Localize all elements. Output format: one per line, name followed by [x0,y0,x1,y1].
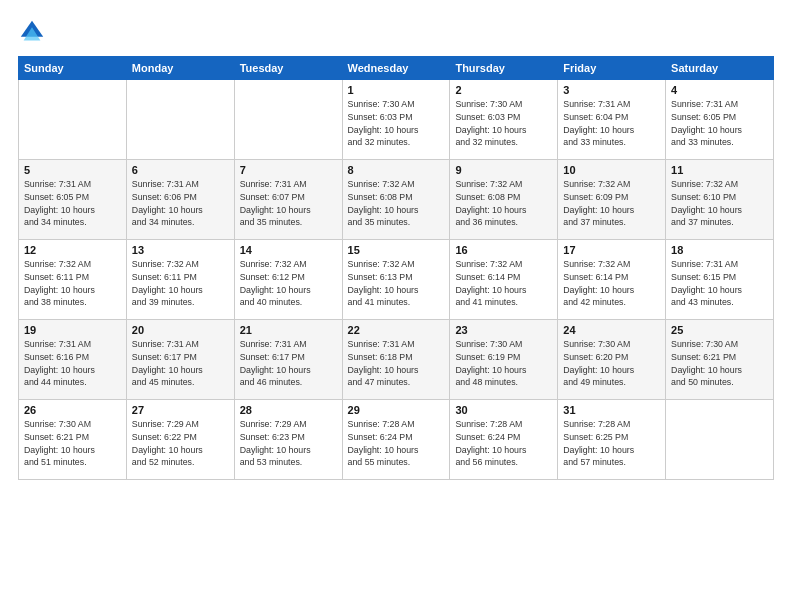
calendar-week-row: 5Sunrise: 7:31 AM Sunset: 6:05 PM Daylig… [19,160,774,240]
day-info: Sunrise: 7:32 AM Sunset: 6:08 PM Dayligh… [455,178,552,229]
day-number: 22 [348,324,445,336]
day-info: Sunrise: 7:31 AM Sunset: 6:18 PM Dayligh… [348,338,445,389]
logo-icon [18,18,46,46]
calendar-cell: 15Sunrise: 7:32 AM Sunset: 6:13 PM Dayli… [342,240,450,320]
calendar-cell: 14Sunrise: 7:32 AM Sunset: 6:12 PM Dayli… [234,240,342,320]
day-number: 11 [671,164,768,176]
calendar-cell: 9Sunrise: 7:32 AM Sunset: 6:08 PM Daylig… [450,160,558,240]
day-info: Sunrise: 7:31 AM Sunset: 6:17 PM Dayligh… [132,338,229,389]
page: SundayMondayTuesdayWednesdayThursdayFrid… [0,0,792,612]
day-number: 25 [671,324,768,336]
calendar-cell: 27Sunrise: 7:29 AM Sunset: 6:22 PM Dayli… [126,400,234,480]
calendar-cell: 8Sunrise: 7:32 AM Sunset: 6:08 PM Daylig… [342,160,450,240]
day-info: Sunrise: 7:32 AM Sunset: 6:14 PM Dayligh… [455,258,552,309]
calendar-cell: 1Sunrise: 7:30 AM Sunset: 6:03 PM Daylig… [342,80,450,160]
calendar-week-row: 26Sunrise: 7:30 AM Sunset: 6:21 PM Dayli… [19,400,774,480]
day-info: Sunrise: 7:28 AM Sunset: 6:24 PM Dayligh… [348,418,445,469]
calendar-cell [666,400,774,480]
calendar-cell: 3Sunrise: 7:31 AM Sunset: 6:04 PM Daylig… [558,80,666,160]
weekday-header: Sunday [19,57,127,80]
weekday-header: Monday [126,57,234,80]
calendar-cell: 13Sunrise: 7:32 AM Sunset: 6:11 PM Dayli… [126,240,234,320]
calendar-cell: 22Sunrise: 7:31 AM Sunset: 6:18 PM Dayli… [342,320,450,400]
day-number: 23 [455,324,552,336]
day-number: 19 [24,324,121,336]
day-info: Sunrise: 7:32 AM Sunset: 6:08 PM Dayligh… [348,178,445,229]
day-info: Sunrise: 7:31 AM Sunset: 6:15 PM Dayligh… [671,258,768,309]
day-info: Sunrise: 7:30 AM Sunset: 6:19 PM Dayligh… [455,338,552,389]
day-info: Sunrise: 7:31 AM Sunset: 6:06 PM Dayligh… [132,178,229,229]
day-info: Sunrise: 7:31 AM Sunset: 6:05 PM Dayligh… [24,178,121,229]
day-info: Sunrise: 7:30 AM Sunset: 6:20 PM Dayligh… [563,338,660,389]
calendar-cell: 17Sunrise: 7:32 AM Sunset: 6:14 PM Dayli… [558,240,666,320]
day-number: 18 [671,244,768,256]
calendar-cell: 21Sunrise: 7:31 AM Sunset: 6:17 PM Dayli… [234,320,342,400]
day-info: Sunrise: 7:30 AM Sunset: 6:21 PM Dayligh… [24,418,121,469]
day-number: 7 [240,164,337,176]
day-number: 27 [132,404,229,416]
day-info: Sunrise: 7:32 AM Sunset: 6:09 PM Dayligh… [563,178,660,229]
day-number: 12 [24,244,121,256]
day-number: 17 [563,244,660,256]
calendar-cell: 28Sunrise: 7:29 AM Sunset: 6:23 PM Dayli… [234,400,342,480]
calendar-header-row: SundayMondayTuesdayWednesdayThursdayFrid… [19,57,774,80]
day-info: Sunrise: 7:32 AM Sunset: 6:11 PM Dayligh… [132,258,229,309]
calendar-cell [126,80,234,160]
calendar-cell: 7Sunrise: 7:31 AM Sunset: 6:07 PM Daylig… [234,160,342,240]
day-info: Sunrise: 7:28 AM Sunset: 6:25 PM Dayligh… [563,418,660,469]
day-number: 15 [348,244,445,256]
day-number: 31 [563,404,660,416]
day-number: 8 [348,164,445,176]
day-number: 20 [132,324,229,336]
calendar-cell: 20Sunrise: 7:31 AM Sunset: 6:17 PM Dayli… [126,320,234,400]
day-info: Sunrise: 7:30 AM Sunset: 6:21 PM Dayligh… [671,338,768,389]
day-number: 16 [455,244,552,256]
calendar-cell: 29Sunrise: 7:28 AM Sunset: 6:24 PM Dayli… [342,400,450,480]
day-info: Sunrise: 7:29 AM Sunset: 6:22 PM Dayligh… [132,418,229,469]
calendar-cell: 23Sunrise: 7:30 AM Sunset: 6:19 PM Dayli… [450,320,558,400]
day-number: 10 [563,164,660,176]
day-info: Sunrise: 7:32 AM Sunset: 6:10 PM Dayligh… [671,178,768,229]
calendar-cell: 6Sunrise: 7:31 AM Sunset: 6:06 PM Daylig… [126,160,234,240]
day-info: Sunrise: 7:32 AM Sunset: 6:13 PM Dayligh… [348,258,445,309]
calendar-cell: 10Sunrise: 7:32 AM Sunset: 6:09 PM Dayli… [558,160,666,240]
day-number: 14 [240,244,337,256]
day-number: 5 [24,164,121,176]
calendar-table: SundayMondayTuesdayWednesdayThursdayFrid… [18,56,774,480]
day-number: 4 [671,84,768,96]
weekday-header: Friday [558,57,666,80]
calendar-cell [19,80,127,160]
calendar-cell: 11Sunrise: 7:32 AM Sunset: 6:10 PM Dayli… [666,160,774,240]
calendar-cell: 19Sunrise: 7:31 AM Sunset: 6:16 PM Dayli… [19,320,127,400]
calendar-cell [234,80,342,160]
header [18,18,774,46]
calendar-cell: 24Sunrise: 7:30 AM Sunset: 6:20 PM Dayli… [558,320,666,400]
day-number: 9 [455,164,552,176]
day-info: Sunrise: 7:28 AM Sunset: 6:24 PM Dayligh… [455,418,552,469]
day-number: 2 [455,84,552,96]
calendar-week-row: 19Sunrise: 7:31 AM Sunset: 6:16 PM Dayli… [19,320,774,400]
day-number: 28 [240,404,337,416]
day-number: 30 [455,404,552,416]
day-info: Sunrise: 7:31 AM Sunset: 6:05 PM Dayligh… [671,98,768,149]
day-number: 1 [348,84,445,96]
day-info: Sunrise: 7:32 AM Sunset: 6:14 PM Dayligh… [563,258,660,309]
day-info: Sunrise: 7:31 AM Sunset: 6:04 PM Dayligh… [563,98,660,149]
calendar-week-row: 12Sunrise: 7:32 AM Sunset: 6:11 PM Dayli… [19,240,774,320]
calendar-cell: 16Sunrise: 7:32 AM Sunset: 6:14 PM Dayli… [450,240,558,320]
day-info: Sunrise: 7:31 AM Sunset: 6:07 PM Dayligh… [240,178,337,229]
day-number: 26 [24,404,121,416]
day-info: Sunrise: 7:31 AM Sunset: 6:17 PM Dayligh… [240,338,337,389]
day-info: Sunrise: 7:31 AM Sunset: 6:16 PM Dayligh… [24,338,121,389]
day-info: Sunrise: 7:30 AM Sunset: 6:03 PM Dayligh… [348,98,445,149]
logo [18,18,50,46]
weekday-header: Thursday [450,57,558,80]
day-info: Sunrise: 7:29 AM Sunset: 6:23 PM Dayligh… [240,418,337,469]
weekday-header: Saturday [666,57,774,80]
day-number: 13 [132,244,229,256]
calendar-cell: 2Sunrise: 7:30 AM Sunset: 6:03 PM Daylig… [450,80,558,160]
day-number: 6 [132,164,229,176]
day-info: Sunrise: 7:32 AM Sunset: 6:11 PM Dayligh… [24,258,121,309]
calendar-cell: 31Sunrise: 7:28 AM Sunset: 6:25 PM Dayli… [558,400,666,480]
calendar-cell: 12Sunrise: 7:32 AM Sunset: 6:11 PM Dayli… [19,240,127,320]
